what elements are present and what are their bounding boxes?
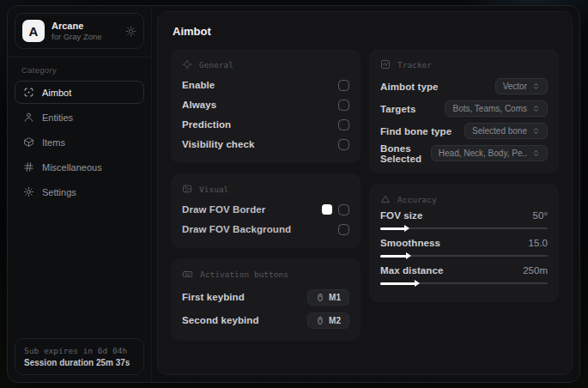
first-keybind-button[interactable]: M1 <box>307 289 349 306</box>
triangle-icon <box>380 194 391 204</box>
tracker-card: Tracker Aimbot type Vector <box>369 49 559 173</box>
visual-card: Visual Draw FOV Border Draw FOV Backgrou… <box>171 173 361 248</box>
smoothness-value: 15.0 <box>529 238 548 248</box>
page-title: Aimbot <box>173 25 559 38</box>
category-label: Category <box>21 65 137 75</box>
app-name: Arcane <box>52 21 102 32</box>
image-icon <box>182 184 192 194</box>
section-title: General <box>199 60 233 70</box>
max-distance-value: 250m <box>523 265 548 276</box>
right-column: Tracker Aimbot type Vector <box>369 49 559 302</box>
dropdown-value: Bots, Teams, Coms <box>452 104 527 113</box>
main-panel: Aimbot General Enable <box>157 11 573 375</box>
dropdown-value: Selected bone <box>472 126 527 136</box>
sidebar-item-label: Aimbot <box>42 88 71 98</box>
smoothness-slider[interactable] <box>380 252 548 260</box>
sidebar: A Arcane for Gray Zone Category <box>8 6 152 382</box>
setting-row-first-keybind: First keybind M1 <box>182 286 349 308</box>
sidebar-item-miscellaneous[interactable]: Miscellaneous <box>15 155 144 179</box>
app-logo: A <box>22 20 45 42</box>
setting-row-second-keybind: Second keybind M2 <box>182 309 349 331</box>
visibility-check-checkbox[interactable] <box>338 139 349 150</box>
setting-row-visibility-check: Visibility check <box>182 135 349 154</box>
settings-gear-icon <box>23 186 34 197</box>
setting-row-aimbot-type: Aimbot type Vector <box>380 76 548 97</box>
sidebar-item-label: Miscellaneous <box>42 162 102 173</box>
setting-row-fov-size: FOV size 50° <box>380 210 548 233</box>
setting-row-max-distance: Max distance 250m <box>380 265 548 288</box>
sidebar-item-items[interactable]: Items <box>15 130 144 154</box>
setting-row-enable: Enable <box>182 76 349 94</box>
accuracy-card: Accuracy FOV size 50° <box>369 184 559 302</box>
max-distance-slider[interactable] <box>380 279 548 288</box>
section-title: Activation buttons <box>200 270 288 279</box>
prediction-checkbox[interactable] <box>338 119 349 130</box>
app-header: A Arcane for Gray Zone <box>15 13 144 49</box>
sidebar-item-label: Entities <box>42 112 73 123</box>
expand-icon <box>532 149 540 157</box>
mouse-icon <box>316 316 324 325</box>
session-duration-text: Session duration 25m 37s <box>24 358 135 367</box>
aimbot-type-dropdown[interactable]: Vector <box>495 78 548 94</box>
sidebar-item-entities[interactable]: Entities <box>15 106 144 129</box>
targets-dropdown[interactable]: Bots, Teams, Coms <box>445 100 548 117</box>
sidebar-item-label: Settings <box>42 187 76 197</box>
setting-row-draw-fov-background: Draw FOV Background <box>182 220 349 239</box>
crosshair-focus-icon <box>23 87 34 98</box>
mouse-icon <box>316 293 324 302</box>
sidebar-item-label: Items <box>42 137 65 148</box>
expand-icon <box>532 82 540 90</box>
section-title: Tracker <box>397 60 432 70</box>
fov-size-slider[interactable] <box>380 224 548 233</box>
setting-row-prediction: Prediction <box>182 115 349 134</box>
setting-row-targets: Targets Bots, Teams, Coms <box>380 98 548 119</box>
setting-row-bones-selected: Bones Selected Head, Neck, Body, Pe.. <box>380 142 548 164</box>
sidebar-item-settings[interactable]: Settings <box>15 180 144 203</box>
general-card: General Enable Always Prediction <box>171 49 361 163</box>
find-bone-type-dropdown[interactable]: Selected bone <box>464 123 548 139</box>
dropdown-value: Head, Neck, Body, Pe.. <box>439 149 527 158</box>
gear-icon[interactable] <box>125 26 136 37</box>
setting-row-find-bone-type: Find bone type Selected bone <box>380 120 548 142</box>
bones-selected-dropdown[interactable]: Head, Neck, Body, Pe.. <box>431 145 548 161</box>
box-icon <box>23 136 34 148</box>
subscription-info: Sub expires in 6d 04h Session duration 2… <box>15 338 144 375</box>
setting-row-smoothness: Smoothness 15.0 <box>380 238 548 260</box>
expand-icon <box>532 127 540 135</box>
setting-row-draw-fov-border: Draw FOV Border <box>182 200 349 219</box>
setting-row-always: Always <box>182 95 349 114</box>
activity-icon <box>380 59 391 70</box>
sidebar-item-aimbot[interactable]: Aimbot <box>15 81 144 104</box>
always-checkbox[interactable] <box>338 100 349 111</box>
keybind-value: M1 <box>329 293 341 302</box>
keyboard-icon <box>182 269 193 280</box>
fov-border-color-swatch[interactable] <box>322 204 332 215</box>
section-title: Accuracy <box>397 195 437 204</box>
draw-fov-background-checkbox[interactable] <box>338 224 349 235</box>
enable-checkbox[interactable] <box>338 80 349 91</box>
person-icon <box>23 112 34 123</box>
section-title: Visual <box>199 185 228 194</box>
sub-expiry-text: Sub expires in 6d 04h <box>24 346 135 355</box>
crosshair-icon <box>182 59 192 70</box>
draw-fov-border-checkbox[interactable] <box>338 204 349 215</box>
left-column: General Enable Always Prediction <box>171 49 361 341</box>
dropdown-value: Vector <box>503 82 527 91</box>
second-keybind-button[interactable]: M2 <box>307 312 349 329</box>
activation-buttons-card: Activation buttons First keybind M1 <box>171 258 361 341</box>
app-window: A Arcane for Gray Zone Category <box>7 5 580 383</box>
app-subtitle: for Gray Zone <box>52 32 102 42</box>
fov-size-value: 50° <box>533 210 548 221</box>
divider <box>8 57 151 58</box>
hash-icon <box>23 161 34 173</box>
keybind-value: M2 <box>329 316 341 325</box>
expand-icon <box>532 105 540 112</box>
